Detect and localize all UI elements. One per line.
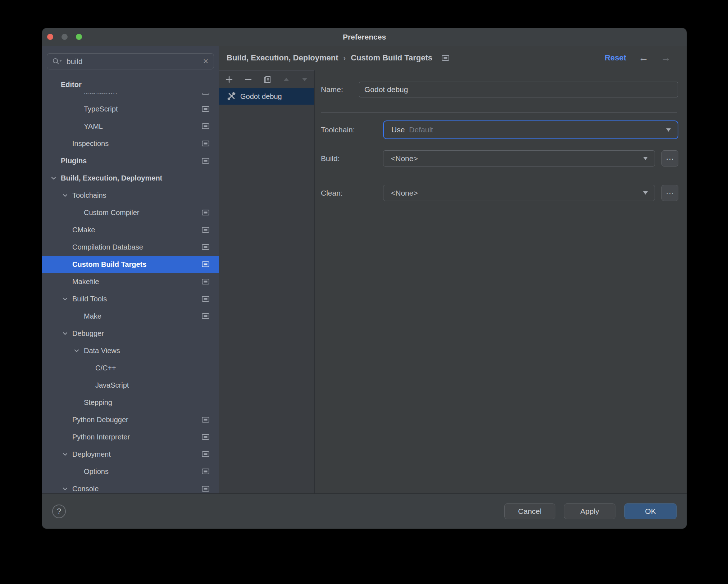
sidebar-item-label: Makefile	[72, 278, 99, 286]
dropdown-arrow-icon	[666, 128, 671, 132]
zoom-button[interactable]	[76, 34, 82, 40]
build-select[interactable]: <None>	[383, 150, 655, 166]
add-button[interactable]	[225, 75, 233, 84]
build-targets-list-panel: Godot debug	[219, 70, 315, 493]
build-browse-button[interactable]: …	[661, 150, 678, 166]
sidebar-item-deployment[interactable]: Deployment	[42, 446, 219, 463]
sidebar-item-options[interactable]: Options	[42, 463, 219, 480]
chevron-down-icon[interactable]	[61, 295, 72, 303]
sidebar-item-label: Make	[84, 312, 101, 320]
section-divider	[321, 112, 677, 113]
toolchain-value: Use	[391, 126, 405, 134]
forward-arrow-button[interactable]: →	[661, 53, 671, 63]
sidebar-item-label: Custom Compiler	[84, 209, 139, 217]
sidebar-item-label: Python Interpreter	[72, 433, 130, 441]
sidebar-item-label: Data Views	[84, 347, 120, 355]
chevron-down-icon[interactable]	[49, 174, 61, 182]
dropdown-arrow-icon	[643, 191, 648, 195]
dialog-body: build ✕ EditorMarkdownTypeScriptYAMLInsp…	[42, 46, 687, 493]
build-targets-list: Godot debug	[219, 88, 314, 105]
sidebar-item-python-debugger[interactable]: Python Debugger	[42, 411, 219, 428]
target-settings-form: Name: Godot debug Toolchain: Use Default	[315, 70, 687, 493]
sidebar-item-javascript[interactable]: JavaScript	[42, 377, 219, 394]
sidebar-item-build-tools[interactable]: Build Tools	[42, 290, 219, 307]
back-arrow-button[interactable]: ←	[638, 53, 649, 63]
list-toolbar	[219, 70, 314, 88]
build-target-item-godot-debug[interactable]: Godot debug	[219, 88, 314, 105]
sidebar-item-build-execution-deployment[interactable]: Build, Execution, Deployment	[42, 169, 219, 187]
sidebar-item-editor[interactable]: Editor	[42, 76, 219, 93]
sidebar-item-label: YAML	[84, 122, 103, 131]
sidebar-item-label: Compilation Database	[72, 243, 143, 251]
toolchain-label: Toolchain:	[321, 120, 355, 139]
screen: Preferences build ✕ EditorMarkdownTypeSc…	[0, 0, 728, 584]
remove-button[interactable]	[244, 75, 252, 84]
move-down-button[interactable]	[301, 76, 309, 83]
settings-tree: EditorMarkdownTypeScriptYAMLInspectionsP…	[42, 76, 219, 493]
clear-search-icon[interactable]: ✕	[203, 57, 209, 65]
ok-button[interactable]: OK	[624, 503, 677, 519]
close-button[interactable]	[47, 34, 53, 40]
chevron-down-icon[interactable]	[61, 450, 72, 458]
settings-page-icon	[202, 106, 209, 112]
cancel-button[interactable]: Cancel	[504, 503, 555, 519]
reset-link[interactable]: Reset	[605, 53, 626, 63]
sidebar-item-cmake[interactable]: CMake	[42, 221, 219, 238]
chevron-down-icon[interactable]	[72, 346, 84, 355]
sidebar-item-compilation-database[interactable]: Compilation Database	[42, 238, 219, 256]
settings-page-icon	[202, 261, 209, 267]
sidebar-item-custom-compiler[interactable]: Custom Compiler	[42, 204, 219, 221]
sidebar-item-plugins[interactable]: Plugins	[42, 152, 219, 169]
sidebar-item-label: Build, Execution, Deployment	[61, 174, 162, 182]
settings-page-icon	[202, 227, 209, 233]
sidebar-item-c-c[interactable]: C/C++	[42, 359, 219, 377]
window-title: Preferences	[42, 28, 687, 46]
sidebar-item-label: CMake	[72, 226, 95, 234]
toolchain-select[interactable]: Use Default	[383, 120, 678, 139]
name-label: Name:	[321, 82, 343, 97]
titlebar: Preferences	[42, 28, 687, 46]
chevron-down-icon[interactable]	[61, 329, 72, 338]
duplicate-button[interactable]	[263, 75, 272, 84]
settings-search-input[interactable]: build ✕	[47, 53, 214, 69]
settings-header: Build, Execution, Deployment › Custom Bu…	[219, 46, 687, 70]
chevron-down-icon[interactable]	[61, 484, 72, 493]
clean-select[interactable]: <None>	[383, 185, 655, 201]
settings-page-icon	[202, 279, 209, 284]
apply-button[interactable]: Apply	[564, 503, 615, 519]
sidebar-item-toolchains[interactable]: Toolchains	[42, 187, 219, 204]
sidebar-item-label: Build Tools	[72, 295, 107, 303]
sidebar-item-label: Stepping	[84, 398, 112, 407]
sidebar-item-python-interpreter[interactable]: Python Interpreter	[42, 428, 219, 446]
sidebar-item-yaml[interactable]: YAML	[42, 118, 219, 135]
move-up-button[interactable]	[282, 76, 290, 83]
toolchain-placeholder: Default	[409, 126, 433, 134]
sidebar-item-label: Editor	[61, 81, 82, 89]
sidebar-item-stepping[interactable]: Stepping	[42, 394, 219, 411]
sidebar-item-label: JavaScript	[95, 381, 129, 389]
search-icon	[52, 57, 62, 66]
breadcrumb-parent[interactable]: Build, Execution, Deployment	[227, 53, 338, 63]
build-label: Build:	[321, 150, 340, 166]
settings-page-icon	[202, 210, 209, 215]
sidebar-item-inspections[interactable]: Inspections	[42, 135, 219, 152]
sidebar-item-label: Console	[72, 485, 99, 493]
sidebar-item-debugger[interactable]: Debugger	[42, 325, 219, 342]
breadcrumb-separator: ›	[343, 54, 346, 62]
sidebar-item-data-views[interactable]: Data Views	[42, 342, 219, 359]
settings-page-icon	[202, 417, 209, 423]
sidebar-item-makefile[interactable]: Makefile	[42, 273, 219, 290]
clean-browse-button[interactable]: …	[661, 185, 678, 201]
help-button[interactable]: ?	[52, 505, 66, 518]
sidebar-item-console[interactable]: Console	[42, 480, 219, 493]
sidebar-item-typescript[interactable]: TypeScript	[42, 100, 219, 118]
chevron-down-icon[interactable]	[61, 191, 72, 200]
preferences-window: Preferences build ✕ EditorMarkdownTypeSc…	[42, 28, 687, 529]
sidebar-item-custom-build-targets[interactable]: Custom Build Targets	[42, 256, 219, 273]
sidebar-item-label: Toolchains	[72, 191, 106, 200]
sidebar-item-make[interactable]: Make	[42, 307, 219, 325]
name-input[interactable]: Godot debug	[359, 82, 678, 97]
settings-content: Godot debug Name: Godot debug Toolchain:…	[219, 70, 687, 493]
minimize-button[interactable]	[62, 34, 68, 40]
clean-label: Clean:	[321, 185, 343, 201]
